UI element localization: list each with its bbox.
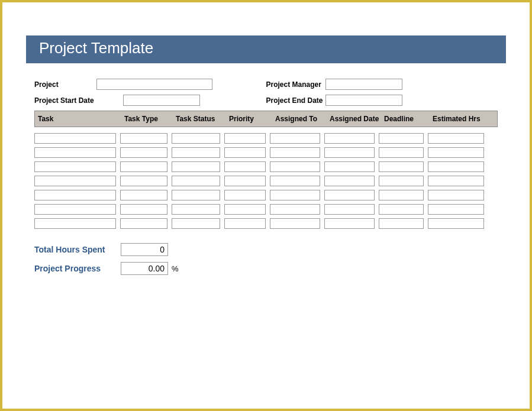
cell-priority[interactable] <box>224 218 266 229</box>
summary-total-hours-row: Total Hours Spent 0 <box>34 243 498 256</box>
table-row <box>34 218 498 229</box>
project-input[interactable] <box>96 79 212 90</box>
project-manager-input[interactable] <box>325 79 402 90</box>
cell-priority[interactable] <box>224 190 266 200</box>
cell-assigned_date[interactable] <box>324 190 375 200</box>
project-start-date-input[interactable] <box>123 95 200 106</box>
meta-group-enddate: Project End Date <box>266 95 498 106</box>
cell-estimated_hrs[interactable] <box>428 161 484 172</box>
cell-task_type[interactable] <box>120 147 167 158</box>
cell-task[interactable] <box>34 204 116 215</box>
cell-estimated_hrs[interactable] <box>428 204 484 215</box>
cell-assigned_date[interactable] <box>324 133 375 144</box>
task-table: Task Task Type Task Status Priority Assi… <box>26 111 506 229</box>
cell-task[interactable] <box>34 218 116 229</box>
cell-task_status[interactable] <box>172 133 220 144</box>
cell-deadline[interactable] <box>379 161 424 172</box>
cell-task_status[interactable] <box>172 147 220 158</box>
project-end-date-input[interactable] <box>325 95 402 106</box>
total-hours-label: Total Hours Spent <box>34 245 121 254</box>
cell-assigned_date[interactable] <box>324 176 375 186</box>
cell-task[interactable] <box>34 161 116 172</box>
cell-assigned_to[interactable] <box>270 161 320 172</box>
cell-task_status[interactable] <box>172 176 220 186</box>
cell-priority[interactable] <box>224 133 266 144</box>
cell-estimated_hrs[interactable] <box>428 218 484 229</box>
cell-task_status[interactable] <box>172 161 220 172</box>
progress-label: Project Progress <box>34 264 121 273</box>
cell-assigned_to[interactable] <box>270 176 320 186</box>
cell-priority[interactable] <box>224 204 266 215</box>
table-row <box>34 190 498 200</box>
table-row <box>34 161 498 172</box>
cell-assigned_to[interactable] <box>270 147 320 158</box>
col-header-assigned-to: Assigned To <box>272 115 327 123</box>
cell-task_status[interactable] <box>172 190 220 200</box>
col-header-task: Task <box>35 115 121 123</box>
meta-row-1: Project Project Manager <box>34 79 498 90</box>
cell-assigned_to[interactable] <box>270 218 320 229</box>
progress-unit: % <box>172 264 179 273</box>
cell-task_type[interactable] <box>120 204 167 215</box>
cell-task[interactable] <box>34 147 116 158</box>
project-manager-label: Project Manager <box>266 80 325 89</box>
summary-progress-row: Project Progress 0.00 % <box>34 262 498 275</box>
meta-group-project: Project <box>34 79 266 90</box>
cell-deadline[interactable] <box>379 218 424 229</box>
col-header-task-type: Task Type <box>121 115 173 123</box>
page-title: Project Template <box>26 35 506 63</box>
cell-task[interactable] <box>34 190 116 200</box>
progress-value[interactable]: 0.00 <box>121 262 168 275</box>
cell-assigned_to[interactable] <box>270 133 320 144</box>
cell-assigned_date[interactable] <box>324 161 375 172</box>
col-header-priority: Priority <box>226 115 272 123</box>
col-header-deadline: Deadline <box>381 115 430 123</box>
meta-group-manager: Project Manager <box>266 79 498 90</box>
cell-estimated_hrs[interactable] <box>428 133 484 144</box>
table-row <box>34 133 498 144</box>
cell-priority[interactable] <box>224 147 266 158</box>
meta-section: Project Project Manager Project Start Da… <box>26 79 506 106</box>
cell-deadline[interactable] <box>379 204 424 215</box>
cell-assigned_date[interactable] <box>324 147 375 158</box>
total-hours-value[interactable]: 0 <box>121 243 168 256</box>
cell-task[interactable] <box>34 176 116 186</box>
cell-priority[interactable] <box>224 161 266 172</box>
table-row <box>34 204 498 215</box>
cell-task_status[interactable] <box>172 204 220 215</box>
project-label: Project <box>34 80 96 89</box>
cell-deadline[interactable] <box>379 147 424 158</box>
cell-assigned_to[interactable] <box>270 204 320 215</box>
cell-assigned_date[interactable] <box>324 218 375 229</box>
meta-group-startdate: Project Start Date <box>34 95 266 106</box>
cell-task[interactable] <box>34 133 116 144</box>
cell-task_type[interactable] <box>120 190 167 200</box>
cell-assigned_date[interactable] <box>324 204 375 215</box>
col-header-estimated-hrs: Estimated Hrs <box>430 115 486 123</box>
cell-estimated_hrs[interactable] <box>428 176 484 186</box>
cell-estimated_hrs[interactable] <box>428 147 484 158</box>
cell-task_type[interactable] <box>120 161 167 172</box>
cell-assigned_to[interactable] <box>270 190 320 200</box>
project-start-date-label: Project Start Date <box>34 96 123 105</box>
col-header-task-status: Task Status <box>173 115 226 123</box>
cell-estimated_hrs[interactable] <box>428 190 484 200</box>
summary-section: Total Hours Spent 0 Project Progress 0.0… <box>26 243 506 275</box>
cell-task_status[interactable] <box>172 218 220 229</box>
meta-row-2: Project Start Date Project End Date <box>34 95 498 106</box>
cell-priority[interactable] <box>224 176 266 186</box>
cell-deadline[interactable] <box>379 133 424 144</box>
col-header-assigned-date: Assigned Date <box>327 115 381 123</box>
cell-task_type[interactable] <box>120 176 167 186</box>
project-end-date-label: Project End Date <box>266 96 325 105</box>
cell-deadline[interactable] <box>379 176 424 186</box>
table-header: Task Task Type Task Status Priority Assi… <box>34 111 498 127</box>
table-row <box>34 147 498 158</box>
table-row <box>34 176 498 186</box>
document-frame: Project Template Project Project Manager… <box>0 0 532 411</box>
cell-deadline[interactable] <box>379 190 424 200</box>
cell-task_type[interactable] <box>120 133 167 144</box>
cell-task_type[interactable] <box>120 218 167 229</box>
